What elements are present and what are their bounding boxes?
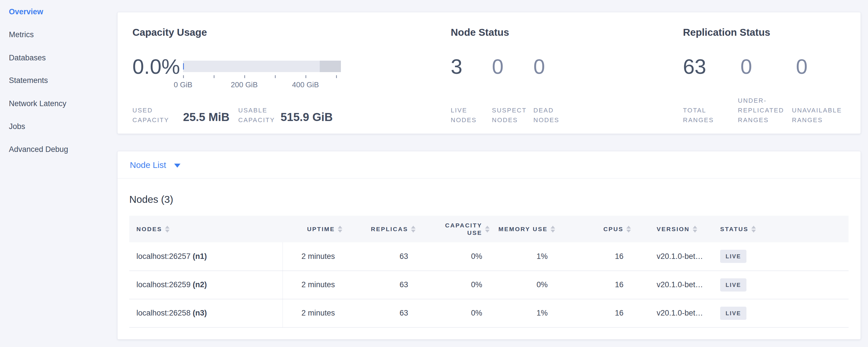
node-id: (n2) <box>193 280 207 289</box>
column-header-uptime-label: UPTIME <box>307 225 335 233</box>
axis-tick <box>305 75 306 78</box>
sort-icon[interactable] <box>626 226 631 232</box>
sidebar: Overview Metrics Databases Statements Ne… <box>0 0 117 347</box>
status-badge: LIVE <box>720 250 746 263</box>
sort-icon[interactable] <box>338 226 342 232</box>
replication-status-title: Replication Status <box>683 26 770 39</box>
column-header-uptime[interactable]: UPTIME <box>283 216 343 242</box>
replicas-cell: 63 <box>343 299 417 327</box>
capacity-used-percent: 0.0% <box>132 55 180 78</box>
capacity-usage-title: Capacity Usage <box>132 26 207 39</box>
column-header-nodes-label: NODES <box>136 225 162 233</box>
total-ranges-label-line2: RANGES <box>683 115 714 125</box>
node-address-cell[interactable]: localhost:26257 (n1) <box>129 242 283 271</box>
sort-icon[interactable] <box>411 226 415 232</box>
status-badge: LIVE <box>720 307 746 320</box>
axis-label-0gib: 0 GiB <box>174 80 192 89</box>
axis-tick <box>336 75 337 78</box>
suspect-nodes-count: 0 <box>492 55 504 78</box>
sidebar-item-network-latency[interactable]: Network Latency <box>9 99 66 108</box>
table-row[interactable]: localhost:26257 (n1) 2 minutes 63 0% 1% … <box>129 242 848 271</box>
capacity-bar-used-indicator <box>183 63 184 69</box>
status-cell: LIVE <box>720 271 848 299</box>
uptime-cell: 2 minutes <box>283 242 343 271</box>
sort-icon[interactable] <box>693 226 697 232</box>
column-header-capacity-label-line2: USE <box>467 229 482 236</box>
sidebar-item-jobs[interactable]: Jobs <box>9 122 25 131</box>
sidebar-item-metrics[interactable]: Metrics <box>9 30 34 39</box>
axis-label-400gib: 400 GiB <box>292 80 319 89</box>
axis-tick <box>183 75 184 78</box>
column-header-status[interactable]: STATUS <box>720 216 848 242</box>
cpus-cell: 16 <box>556 271 632 299</box>
node-address-cell[interactable]: localhost:26259 (n2) <box>129 271 283 299</box>
version-cell: v20.1.0-bet… <box>632 271 720 299</box>
column-header-cpus[interactable]: CPUS <box>556 216 632 242</box>
status-badge: LIVE <box>720 278 746 291</box>
sort-icon[interactable] <box>551 226 555 232</box>
axis-tick <box>244 75 245 78</box>
dead-nodes-label-line1: DEAD <box>533 105 554 115</box>
axis-label-200gib: 200 GiB <box>231 80 258 89</box>
dead-nodes-label-line2: NODES <box>533 115 559 125</box>
memory-use-cell: 1% <box>491 242 556 271</box>
cpus-cell: 16 <box>556 299 632 327</box>
status-cell: LIVE <box>720 242 848 271</box>
usable-capacity-label-line1: USABLE <box>238 105 268 115</box>
capacity-use-cell: 0% <box>417 299 491 327</box>
memory-use-cell: 1% <box>491 299 556 327</box>
unavailable-ranges-count: 0 <box>796 55 808 78</box>
column-header-cpus-label: CPUS <box>603 225 623 233</box>
column-header-capacity-use[interactable]: CAPACITY USE <box>417 216 491 242</box>
column-header-status-label: STATUS <box>720 225 748 233</box>
table-row[interactable]: localhost:26258 (n3) 2 minutes 63 0% 1% … <box>129 299 848 327</box>
under-replicated-label-line3: RANGES <box>738 115 769 125</box>
sidebar-item-databases[interactable]: Databases <box>9 53 46 63</box>
under-replicated-ranges-count: 0 <box>740 55 752 78</box>
sidebar-item-statements[interactable]: Statements <box>9 75 48 85</box>
column-header-version[interactable]: VERSION <box>632 216 720 242</box>
column-header-version-label: VERSION <box>657 225 690 233</box>
version-cell: v20.1.0-bet… <box>632 299 720 327</box>
suspect-nodes-label-line1: SUSPECT <box>492 105 527 115</box>
node-address-cell[interactable]: localhost:26258 (n3) <box>129 299 283 327</box>
used-capacity-label-line2: CAPACITY <box>132 115 169 125</box>
node-address: localhost:26257 <box>136 252 190 261</box>
axis-tick <box>275 75 276 78</box>
version-cell: v20.1.0-bet… <box>632 242 720 271</box>
node-list-dropdown-label: Node List <box>130 160 166 170</box>
total-ranges-label-line1: TOTAL <box>683 105 706 115</box>
used-capacity-label-line1: USED <box>132 105 153 115</box>
sidebar-item-overview[interactable]: Overview <box>9 7 43 17</box>
live-nodes-label-line2: NODES <box>451 115 477 125</box>
column-header-memory-use[interactable]: MEMORY USE <box>491 216 556 242</box>
capacity-bar <box>183 61 341 72</box>
replicas-cell: 63 <box>343 271 417 299</box>
column-header-replicas[interactable]: REPLICAS <box>343 216 417 242</box>
sort-icon[interactable] <box>165 226 169 232</box>
node-id: (n3) <box>193 309 207 317</box>
live-nodes-count: 3 <box>451 55 462 78</box>
axis-tick <box>214 75 215 78</box>
sort-icon[interactable] <box>485 226 490 232</box>
under-replicated-label-line1: UNDER- <box>738 96 767 105</box>
table-header-row: NODES UPTIME REPLICAS <box>129 216 848 242</box>
sidebar-item-advanced-debug[interactable]: Advanced Debug <box>9 145 68 154</box>
capacity-use-cell: 0% <box>417 242 491 271</box>
sort-icon[interactable] <box>751 226 756 232</box>
usable-capacity-label-line2: CAPACITY <box>238 115 275 125</box>
under-replicated-label-line2: REPLICATED <box>738 105 784 115</box>
table-row[interactable]: localhost:26259 (n2) 2 minutes 63 0% 0% … <box>129 271 848 299</box>
node-list-dropdown[interactable]: Node List <box>130 151 181 179</box>
column-header-nodes[interactable]: NODES <box>129 216 283 242</box>
memory-use-cell: 0% <box>491 271 556 299</box>
unavailable-ranges-label-line1: UNAVAILABLE <box>792 105 842 115</box>
used-capacity-value: 25.5 MiB <box>183 111 229 123</box>
replicas-cell: 63 <box>343 242 417 271</box>
total-ranges-count: 63 <box>683 55 706 78</box>
node-status-title: Node Status <box>451 26 509 39</box>
column-header-capacity-label-line1: CAPACITY <box>445 222 482 228</box>
nodes-table: NODES UPTIME REPLICAS <box>129 216 848 327</box>
node-id: (n1) <box>193 252 207 261</box>
node-address: localhost:26258 <box>136 309 190 317</box>
